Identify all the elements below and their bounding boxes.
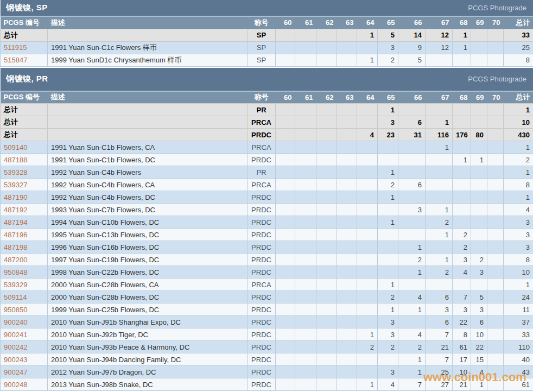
grade-count-cell: [453, 279, 471, 291]
grade-count-cell: [295, 191, 316, 204]
column-header-grade-68: 68: [453, 92, 471, 104]
coin-row: 5393281992 Yuan Sun-C4b FlowersPR11: [1, 166, 533, 179]
grade-count-cell: [357, 266, 378, 279]
grade-count-cell: [357, 179, 378, 191]
row-total-cell: 33: [504, 29, 533, 41]
grade-count-cell: [316, 266, 337, 279]
grade-count-cell: [316, 154, 337, 166]
grade-count-cell: [487, 129, 504, 141]
grade-count-cell: 2: [378, 291, 398, 304]
designation-cell: PRCA: [248, 279, 276, 291]
grade-count-cell: [378, 241, 398, 254]
grade-count-cell: [337, 241, 357, 254]
description-cell: 1998 Yuan Sun-C22b Flowers, DC: [48, 266, 248, 279]
pcgs-number-link[interactable]: 511915: [4, 43, 27, 52]
grade-count-cell: 14: [398, 29, 426, 41]
pcgs-number-link[interactable]: 487198: [4, 243, 27, 251]
designation-cell: PRDC: [248, 353, 276, 366]
grade-count-cell: [337, 229, 357, 241]
grade-count-cell: 1: [398, 266, 426, 279]
pcgs-number-link[interactable]: 900241: [4, 331, 27, 339]
pcgs-number-link[interactable]: 900247: [4, 368, 27, 376]
description-cell: [48, 129, 248, 141]
grade-count-cell: [295, 41, 316, 54]
grade-count-cell: [357, 316, 378, 328]
pcgs-number-link[interactable]: 509140: [4, 143, 27, 151]
grade-count-cell: [357, 41, 378, 54]
pcgs-number-link[interactable]: 487192: [4, 206, 27, 214]
grade-count-cell: 21: [426, 341, 453, 353]
grade-count-cell: 4: [471, 366, 487, 378]
grade-count-cell: [316, 316, 337, 328]
grade-count-cell: 6: [471, 316, 487, 328]
pcgs-number-link[interactable]: 950850: [4, 306, 27, 314]
column-header-row: PCGS 编号描述称号6061626364656667686970总计: [1, 17, 533, 29]
grade-count-cell: [295, 266, 316, 279]
grade-count-cell: 12: [426, 41, 453, 54]
grade-count-cell: [295, 29, 316, 41]
grade-count-cell: [487, 378, 504, 391]
grade-count-cell: [276, 179, 295, 191]
grade-count-cell: 176: [453, 129, 471, 141]
grade-count-cell: [398, 154, 426, 166]
grade-count-cell: [487, 328, 504, 341]
grade-count-cell: [398, 191, 426, 204]
row-total-cell: 3: [504, 241, 533, 254]
pcgs-number-cell: 900240: [1, 316, 48, 328]
pcgs-number-link[interactable]: 539327: [4, 181, 27, 189]
total-row: 总计SP151412133: [1, 29, 533, 41]
grade-count-cell: [471, 141, 487, 154]
grade-count-cell: [337, 116, 357, 129]
grade-count-cell: [398, 166, 426, 179]
pcgs-number-link[interactable]: 900243: [4, 356, 27, 364]
row-total-cell: 10: [504, 116, 533, 129]
pcgs-number-link[interactable]: 539328: [4, 168, 27, 176]
row-total-cell: 8: [504, 179, 533, 191]
grade-count-cell: 2: [398, 254, 426, 266]
grade-count-cell: 3: [378, 328, 398, 341]
pcgs-number-link[interactable]: 900240: [4, 318, 27, 326]
grade-count-cell: [276, 116, 295, 129]
grade-count-cell: 1: [471, 154, 487, 166]
pcgs-number-link[interactable]: 950848: [4, 268, 27, 276]
column-header-grade-61: 61: [295, 92, 316, 104]
pcgs-number-link[interactable]: 539329: [4, 281, 27, 289]
grade-count-cell: [316, 254, 337, 266]
coin-row: 4871941994 Yuan Sun-C10b Flowers, DCPRDC…: [1, 216, 533, 229]
grade-count-cell: [337, 316, 357, 328]
grade-count-cell: [276, 366, 295, 378]
pcgs-number-link[interactable]: 487200: [4, 256, 27, 264]
grade-count-cell: 5: [471, 291, 487, 304]
column-header-desc: 描述: [48, 92, 248, 104]
designation-cell: PRDC: [248, 378, 276, 391]
grade-count-cell: [453, 104, 471, 116]
pcgs-number-link[interactable]: 487196: [4, 231, 27, 239]
description-cell: 1992 Yuan Sun-C4b Flowers: [48, 166, 248, 179]
grade-count-cell: [295, 129, 316, 141]
pcgs-number-link[interactable]: 509114: [4, 293, 27, 301]
grade-count-cell: 6: [426, 291, 453, 304]
grade-count-cell: [316, 304, 337, 316]
coin-row: 4871961995 Yuan Sun-C13b Flowers, DCPRDC…: [1, 229, 533, 241]
pcgs-number-link[interactable]: 900248: [4, 381, 27, 389]
pcgs-number-link[interactable]: 487188: [4, 156, 27, 164]
column-header-grade-66: 66: [398, 92, 426, 104]
row-total-cell: 110: [504, 341, 533, 353]
report-sections: 钢镀镍, SPPCGS PhotogradePCGS 编号描述称号6061626…: [0, 0, 533, 391]
pcgs-number-link[interactable]: 515847: [4, 56, 27, 64]
grade-count-cell: [426, 191, 453, 204]
grade-count-cell: [378, 204, 398, 216]
brand-label: PCGS Photograde: [468, 4, 526, 12]
grade-count-cell: 3: [453, 254, 471, 266]
grade-count-cell: [487, 179, 504, 191]
grade-count-cell: 1: [453, 154, 471, 166]
pcgs-number-link[interactable]: 487190: [4, 193, 27, 201]
grade-count-cell: [426, 166, 453, 179]
grade-count-cell: [316, 116, 337, 129]
pcgs-number-link[interactable]: 900242: [4, 343, 27, 351]
grade-count-cell: 10: [453, 366, 471, 378]
pcgs-number-link[interactable]: 487194: [4, 218, 27, 226]
grade-count-cell: [316, 41, 337, 54]
grade-count-cell: [357, 154, 378, 166]
grade-count-cell: [295, 241, 316, 254]
